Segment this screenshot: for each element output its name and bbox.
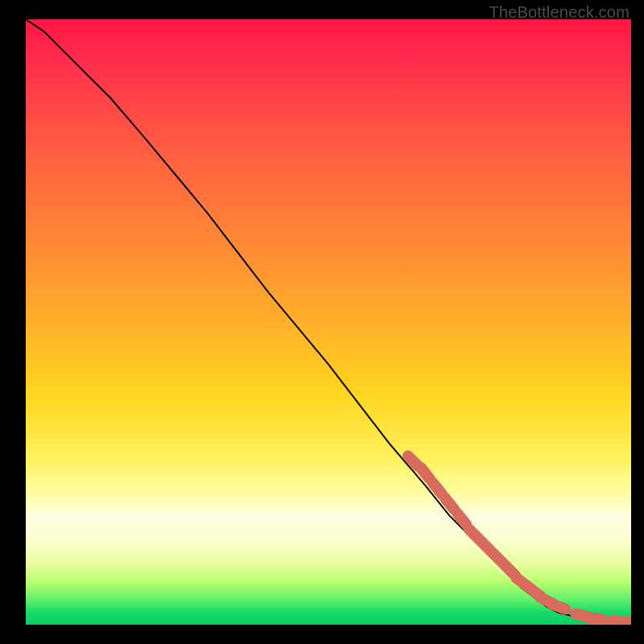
chart-frame: TheBottleneck.com	[0, 0, 644, 644]
bottleneck-curve	[26, 19, 631, 621]
data-point	[445, 498, 454, 510]
data-point	[551, 604, 565, 609]
data-point	[588, 618, 602, 620]
data-point	[433, 483, 442, 494]
plot-gradient-area	[26, 19, 631, 625]
data-point	[624, 621, 631, 622]
highlighted-points-group	[408, 456, 631, 622]
chart-overlay-svg	[26, 19, 631, 625]
data-point	[421, 468, 430, 479]
data-point	[457, 513, 466, 524]
